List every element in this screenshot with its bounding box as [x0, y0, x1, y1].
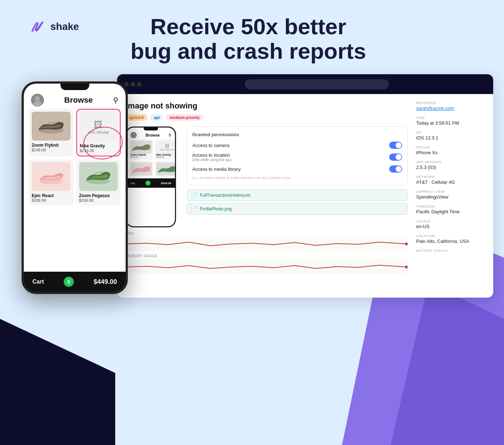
- meta-device-value: iPhone Xs: [416, 150, 485, 155]
- toggle-location[interactable]: [389, 153, 402, 161]
- product-grid: Zoom Flyknit $149.00 🖼 prod_002.png Nike…: [24, 109, 126, 205]
- toggle-camera[interactable]: [389, 142, 402, 149]
- permission-camera-label: Access to camera: [192, 143, 229, 148]
- ps-cart-label: Cart: [130, 182, 135, 184]
- file-name-1: FullTransactionsHistory.txt: [200, 193, 250, 198]
- product-card-2: 🖼 prod_002.png Nike Gravity $219.00: [76, 109, 121, 156]
- bug-report-column: Image not showing sprint-5 api medium-pr…: [126, 101, 408, 290]
- meta-current-view-value: SpendingsView: [416, 194, 485, 200]
- meta-network-label: NETWORK: [416, 175, 485, 179]
- window-dot-2: [131, 82, 135, 86]
- ps-cart-price: $449.00: [161, 182, 171, 185]
- tag-api[interactable]: api: [150, 114, 163, 121]
- file-icon-1: 📄: [191, 192, 197, 198]
- ps-card-2: 🖼 prod_002.png Nike Gravity $219.00: [155, 139, 175, 160]
- ps-avatar: [130, 132, 137, 138]
- meta-current-view-label: CURRENT VIEW: [416, 190, 485, 193]
- chart-memory-line: [126, 259, 408, 273]
- tag-sprint[interactable]: sprint-5: [126, 114, 147, 121]
- phone-large-header: Browse ⚲: [24, 90, 126, 109]
- headline: Receive 50x better bug and crash reports: [79, 14, 418, 63]
- permission-location-sublabel: Only while using the app: [192, 158, 231, 162]
- cart-label: Cart: [32, 279, 44, 285]
- ps-title: Browse: [145, 133, 160, 137]
- shake-logo-icon: [29, 18, 46, 35]
- metadata-column: REPORTER sarah@acme.com TIME Today at 3:…: [416, 101, 485, 290]
- bug-title: Image not showing: [126, 101, 408, 111]
- cart-price: $449.00: [94, 278, 117, 286]
- ps-cart-badge: 5: [145, 181, 150, 186]
- meta-device: DEVICE iPhone Xs: [416, 146, 485, 155]
- meta-timezone-value: Pacific Daylight Time: [416, 209, 485, 214]
- product-price-1: $149.00: [32, 148, 71, 152]
- product-card-4: Zoom Pegasus $159.00: [76, 159, 121, 205]
- product-name-2: Nike Gravity: [80, 143, 117, 148]
- topbar-search-bar[interactable]: [245, 79, 389, 89]
- product-img-4: [79, 162, 118, 191]
- ps-name-2: Nike Gravity: [156, 153, 175, 156]
- meta-app-version-value: 2.5.3 (53): [416, 165, 485, 170]
- ps-card-1: Zoom Flyknit $149.00: [129, 139, 153, 160]
- logo-area: shake: [29, 18, 79, 35]
- headline-line1: Receive 50x better: [93, 14, 403, 39]
- product-name-3: Epic React: [32, 193, 71, 198]
- files-section: 📄 FullTransactionsHistory.txt 📄 ProfileP…: [187, 190, 408, 215]
- product-name-4: Zoom Pegasus: [79, 193, 118, 198]
- dashboard-topbar: [117, 74, 493, 94]
- ps-filename: prod_002.png: [160, 148, 174, 151]
- ps-missing: 🖼 prod_002.png: [156, 141, 175, 153]
- main-content: Browse ⚲ Zoom Flyknit $14: [0, 74, 504, 298]
- meta-time-value: Today at 3:59:51 PM: [416, 120, 485, 126]
- file-item-1[interactable]: 📄 FullTransactionsHistory.txt: [187, 190, 408, 201]
- ps-search-icon[interactable]: ⚲: [168, 133, 171, 138]
- permission-row-media: Access to media library: [192, 165, 402, 173]
- meta-reporter-label: REPORTER: [416, 101, 485, 105]
- meta-reporter: REPORTER sarah@acme.com: [416, 101, 485, 111]
- permission-row-location: Access to location Only while using the …: [192, 152, 402, 162]
- ps-card-3: [129, 161, 153, 177]
- phone-large-title: Browse: [64, 95, 93, 105]
- svg-point-0: [35, 96, 40, 101]
- permission-location-label: Access to location: [192, 152, 231, 158]
- ps-img-1: [130, 141, 152, 153]
- phone-large: Browse ⚲ Zoom Flyknit $14: [22, 81, 128, 294]
- tag-priority[interactable]: medium-priority: [166, 114, 203, 121]
- ps-img-4: [156, 163, 175, 175]
- dashboard-panel: Image not showing sprint-5 api medium-pr…: [117, 74, 493, 298]
- ps-name-1: Zoom Flyknit: [130, 153, 152, 156]
- window-dot-3: [137, 82, 141, 86]
- permission-row-camera: Access to camera: [192, 142, 402, 149]
- meta-timezone-label: TIMEZONE: [416, 205, 485, 208]
- content-section: Browse ⚲: [126, 126, 408, 227]
- chart-memory-label: MEMORY USAGE: [126, 254, 408, 258]
- meta-network: NETWORK AT&T · Cellular 4G: [416, 175, 485, 185]
- meta-locale-value: en-US: [416, 224, 485, 229]
- meta-os-value: iOS 12.3.1: [416, 135, 485, 141]
- ps-price-2: $219.00: [156, 156, 175, 158]
- file-item-2[interactable]: 📄 ProfilePhoto.png: [187, 203, 408, 215]
- toggle-media[interactable]: [389, 165, 402, 173]
- ps-notch: [144, 128, 158, 130]
- permissions-panel: Granted permissions Access to camera: [187, 126, 408, 185]
- missing-img: 🖼 prod_002.png: [80, 112, 117, 141]
- chart-cpu: CPU: [126, 232, 408, 251]
- search-icon[interactable]: ⚲: [113, 96, 118, 104]
- tag-row: sprint-5 api medium-priority: [126, 114, 408, 121]
- meta-reporter-value[interactable]: sarah@acme.com: [416, 106, 485, 111]
- product-price-2: $219.00: [80, 148, 117, 153]
- file-name-2: ProfilePhoto.png: [200, 206, 232, 212]
- product-card-1: Zoom Flyknit $149.00: [29, 109, 73, 156]
- svg-point-6: [405, 266, 408, 268]
- cart-badge: 5: [64, 277, 74, 287]
- meta-os: OS iOS 12.3.1: [416, 131, 485, 141]
- meta-locale-label: LOCALE: [416, 219, 485, 223]
- meta-battery: BATTERY STATUS: [416, 249, 485, 253]
- meta-location-label: LOCATION: [416, 234, 485, 238]
- meta-time: TIME Today at 3:59:51 PM: [416, 116, 485, 126]
- headline-line2: bug and crash reports: [93, 39, 403, 63]
- svg-point-5: [405, 242, 408, 245]
- meta-battery-label: BATTERY STATUS: [416, 249, 485, 253]
- meta-device-label: DEVICE: [416, 146, 485, 149]
- dashboard-body: Image not showing sprint-5 api medium-pr…: [117, 94, 493, 298]
- ps-grid: Zoom Flyknit $149.00 🖼 prod_002.png: [127, 139, 175, 177]
